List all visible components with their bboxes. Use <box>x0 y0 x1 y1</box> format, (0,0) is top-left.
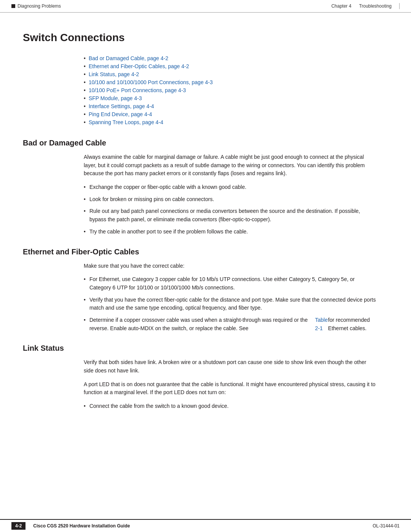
ethernet-bullet-1: For Ethernet, use Category 3 copper cabl… <box>84 275 377 292</box>
toc-link-5[interactable]: 10/100 PoE+ Port Connections, page 4-3 <box>89 87 186 93</box>
content-area: Switch Connections Bad or Damaged Cable,… <box>0 13 411 439</box>
link-status-bullet-1: Connect the cable from the switch to a k… <box>84 402 377 411</box>
header-right: Chapter 4 Troubleshooting <box>331 3 400 9</box>
toc-item-8: Ping End Device, page 4-4 <box>84 111 388 117</box>
toc-link-4[interactable]: 10/100 and 10/100/1000 Port Connections,… <box>89 79 213 85</box>
ethernet-bullet-2: Verify that you have the correct fiber-o… <box>84 296 377 312</box>
toc-item-7: Interface Settings, page 4-4 <box>84 103 388 109</box>
ethernet-bullet-3: Determine if a copper crossover cable wa… <box>84 316 377 332</box>
header-chapter-label: Chapter 4 <box>331 3 352 9</box>
toc-item-9: Spanning Tree Loops, page 4-4 <box>84 119 388 125</box>
toc-item-4: 10/100 and 10/100/1000 Port Connections,… <box>84 79 388 85</box>
toc-item-5: 10/100 PoE+ Port Connections, page 4-3 <box>84 87 388 93</box>
bad-cable-bullet-4: Try the cable in another port to see if … <box>84 228 377 236</box>
toc-link-1[interactable]: Bad or Damaged Cable, page 4-2 <box>89 55 168 61</box>
footer-doc-number: OL-31444-01 <box>373 523 400 529</box>
header-section-label: Diagnosing Problems <box>18 3 61 9</box>
link-status-heading: Link Status <box>23 344 388 353</box>
toc-item-2: Ethernet and Fiber-Optic Cables, page 4-… <box>84 63 388 69</box>
header-chapter-title: Troubleshooting <box>359 3 392 9</box>
header-bullet-icon <box>11 4 15 8</box>
bad-cable-heading: Bad or Damaged Cable <box>23 139 388 147</box>
bad-cable-bullets: Exchange the copper or fiber-optic cable… <box>84 183 377 236</box>
toc-link-9[interactable]: Spanning Tree Loops, page 4-4 <box>89 119 163 125</box>
toc-link-6[interactable]: SFP Module, page 4-3 <box>89 95 142 101</box>
toc-item-1: Bad or Damaged Cable, page 4-2 <box>84 55 388 61</box>
footer-title: Cisco CGS 2520 Hardware Installation Gui… <box>33 523 373 529</box>
toc-item-6: SFP Module, page 4-3 <box>84 95 388 101</box>
footer-page-number: 4-2 <box>11 522 25 530</box>
toc-item-3: Link Status, page 4-2 <box>84 71 388 77</box>
toc-link-8[interactable]: Ping End Device, page 4-4 <box>89 111 152 117</box>
toc-list: Bad or Damaged Cable, page 4-2 Ethernet … <box>84 55 388 125</box>
header-left: Diagnosing Problems <box>11 3 61 9</box>
toc-link-2[interactable]: Ethernet and Fiber-Optic Cables, page 4-… <box>89 63 189 69</box>
footer: 4-2 Cisco CGS 2520 Hardware Installation… <box>0 519 411 532</box>
ethernet-cables-intro: Make sure that you have the correct cabl… <box>84 262 377 270</box>
header-separator <box>399 3 400 9</box>
toc-link-3[interactable]: Link Status, page 4-2 <box>89 71 139 77</box>
link-status-para2: A port LED that is on does not guarantee… <box>84 380 377 397</box>
link-status-bullets: Connect the cable from the switch to a k… <box>84 402 377 411</box>
bad-cable-bullet-3: Rule out any bad patch panel connections… <box>84 207 377 224</box>
header-bar: Diagnosing Problems Chapter 4 Troublesho… <box>0 0 411 13</box>
ethernet-cables-heading: Ethernet and Fiber-Optic Cables <box>23 248 388 256</box>
link-status-para1: Verify that both sides have link. A brok… <box>84 358 377 375</box>
toc-link-7[interactable]: Interface Settings, page 4-4 <box>89 103 154 109</box>
table-2-1-link[interactable]: Table 2-1 <box>315 316 328 332</box>
bad-cable-paragraph: Always examine the cable for marginal da… <box>84 153 377 178</box>
page-container: Diagnosing Problems Chapter 4 Troublesho… <box>0 0 411 532</box>
page-title: Switch Connections <box>23 32 388 44</box>
bad-cable-bullet-1: Exchange the copper or fiber-optic cable… <box>84 183 377 192</box>
bad-cable-bullet-2: Look for broken or missing pins on cable… <box>84 195 377 204</box>
ethernet-cables-bullets: For Ethernet, use Category 3 copper cabl… <box>84 275 377 332</box>
